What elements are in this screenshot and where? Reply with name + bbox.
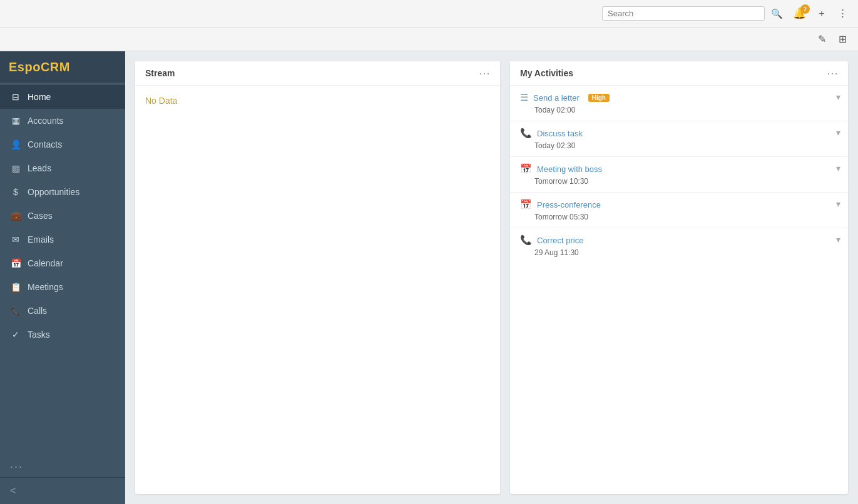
sidebar-item-leads[interactable]: ▨ Leads (0, 156, 125, 180)
sidebar-item-emails[interactable]: ✉ Emails (0, 228, 125, 251)
search-wrapper (602, 6, 765, 21)
sidebar-item-label-leads: Leads (28, 163, 51, 173)
sidebar-item-calendar[interactable]: 📅 Calendar (0, 251, 125, 275)
meeting-icon: 📅 (520, 163, 532, 174)
activity-chevron-send-letter[interactable]: ▾ (836, 92, 840, 102)
activity-title-send-letter[interactable]: Send a letter (533, 93, 580, 103)
sidebar-item-label-opportunities: Opportunities (28, 187, 79, 197)
activity-time-press-conference: Tomorrow 05:30 (520, 213, 838, 221)
sidebar-item-label-tasks: Tasks (28, 330, 50, 340)
task-icon: ☰ (520, 92, 528, 103)
activity-row: 📞 Discuss task (520, 128, 838, 139)
home-icon: ⊟ (10, 91, 21, 103)
activity-title-meeting-with-boss[interactable]: Meeting with boss (537, 164, 602, 174)
activity-row: 📅 Meeting with boss (520, 163, 838, 174)
topbar-menu-button[interactable]: ⋮ (834, 4, 852, 23)
sidebar-item-contacts[interactable]: 👤 Contacts (0, 133, 125, 156)
logo-area: EspoCRM (0, 51, 125, 83)
sidebar-item-label-accounts: Accounts (28, 116, 64, 126)
sidebar-item-label-meetings: Meetings (28, 282, 63, 292)
stream-panel-body: No Data (135, 86, 500, 494)
grid-button[interactable]: ⊞ (835, 31, 850, 48)
main-layout: EspoCRM ⊟ Home ▦ Accounts 👤 Contacts ▨ L… (0, 51, 858, 504)
notification-badge: 7 (800, 4, 810, 14)
activity-item-meeting-with-boss: 📅 Meeting with boss Tomorrow 10:30 ▾ (510, 157, 848, 193)
activity-row: 📞 Correct price (520, 234, 838, 246)
activities-panel-menu-button[interactable]: ⋯ (827, 68, 838, 79)
search-button[interactable]: 🔍 (770, 7, 784, 21)
activity-row: 📅 Press-conference (520, 199, 838, 210)
topbar: 🔍 🔔 7 + ⋮ (0, 0, 858, 28)
stream-panel-menu-button[interactable]: ⋯ (479, 68, 490, 79)
contacts-icon: 👤 (10, 139, 21, 150)
activity-item-correct-price: 📞 Correct price 29 Aug 11:30 ▾ (510, 228, 848, 263)
sidebar-collapse-button[interactable]: < (0, 477, 125, 504)
sidebar-item-label-calendar: Calendar (28, 258, 63, 268)
stream-panel-title: Stream (145, 68, 175, 78)
activity-title-press-conference[interactable]: Press-conference (537, 200, 601, 209)
leads-icon: ▨ (10, 163, 21, 174)
calendar-icon: 📅 (10, 258, 21, 269)
meetings-icon: 📋 (10, 281, 21, 293)
activity-item-press-conference: 📅 Press-conference Tomorrow 05:30 ▾ (510, 193, 848, 228)
activities-panel-title: My Activities (520, 68, 573, 78)
notifications-button[interactable]: 🔔 7 (789, 4, 810, 23)
call-icon: 📞 (520, 128, 532, 139)
sidebar-item-label-contacts: Contacts (28, 139, 62, 149)
activity-title-correct-price[interactable]: Correct price (537, 236, 583, 245)
add-button[interactable]: + (815, 5, 829, 23)
no-data-label: No Data (145, 96, 177, 106)
sidebar-nav: ⊟ Home ▦ Accounts 👤 Contacts ▨ Leads $ O… (0, 83, 125, 451)
sidebar-item-meetings[interactable]: 📋 Meetings (0, 275, 125, 299)
emails-icon: ✉ (10, 234, 21, 245)
stream-panel: Stream ⋯ No Data (135, 61, 500, 494)
sidebar-item-label-cases: Cases (28, 211, 53, 221)
activity-time-discuss-task: Today 02:30 (520, 141, 838, 150)
activities-list: ☰ Send a letter High Today 02:00 ▾ 📞 Dis… (510, 86, 848, 263)
sidebar-item-label-calls: Calls (28, 306, 47, 316)
call-icon: 📞 (520, 234, 532, 246)
activity-row: ☰ Send a letter High (520, 92, 838, 103)
sidebar-item-label-emails: Emails (28, 234, 54, 244)
sidebar-item-cases[interactable]: 💼 Cases (0, 204, 125, 228)
stream-panel-header: Stream ⋯ (135, 61, 500, 86)
sidebar-more-button[interactable]: ... (0, 451, 125, 477)
sidebar-item-label-home: Home (28, 92, 51, 102)
content-area: Stream ⋯ No Data My Activities ⋯ ☰ Send … (125, 51, 858, 504)
sidebar: EspoCRM ⊟ Home ▦ Accounts 👤 Contacts ▨ L… (0, 51, 125, 504)
activities-panel-header: My Activities ⋯ (510, 61, 848, 86)
logo: EspoCRM (9, 60, 70, 74)
meeting-icon: 📅 (520, 199, 532, 210)
sidebar-item-tasks[interactable]: ✓ Tasks (0, 323, 125, 346)
tasks-icon: ✓ (10, 329, 21, 340)
calls-icon: 📞 (10, 305, 21, 316)
activity-chevron-discuss-task[interactable]: ▾ (836, 128, 840, 138)
activities-panel: My Activities ⋯ ☰ Send a letter High Tod… (510, 61, 848, 494)
sidebar-item-opportunities[interactable]: $ Opportunities (0, 180, 125, 204)
search-input[interactable] (608, 9, 745, 18)
accounts-icon: ▦ (10, 115, 21, 126)
sidebar-item-home[interactable]: ⊟ Home (0, 85, 125, 109)
sidebar-item-calls[interactable]: 📞 Calls (0, 299, 125, 323)
activity-time-meeting-with-boss: Tomorrow 10:30 (520, 177, 838, 186)
sidebar-item-accounts[interactable]: ▦ Accounts (0, 109, 125, 133)
activity-item-discuss-task: 📞 Discuss task Today 02:30 ▾ (510, 121, 848, 157)
cases-icon: 💼 (10, 210, 21, 221)
priority-badge: High (588, 94, 610, 102)
activity-time-correct-price: 29 Aug 11:30 (520, 248, 838, 257)
activity-chevron-correct-price[interactable]: ▾ (836, 234, 840, 244)
edit-button[interactable]: ✎ (814, 31, 830, 48)
activity-chevron-meeting-with-boss[interactable]: ▾ (836, 163, 840, 173)
activity-item-send-letter: ☰ Send a letter High Today 02:00 ▾ (510, 86, 848, 121)
activity-title-discuss-task[interactable]: Discuss task (537, 129, 583, 138)
secondary-toolbar: ✎ ⊞ (0, 28, 858, 51)
opportunities-icon: $ (10, 186, 21, 198)
activity-chevron-press-conference[interactable]: ▾ (836, 199, 840, 209)
activity-time-send-letter: Today 02:00 (520, 106, 838, 114)
